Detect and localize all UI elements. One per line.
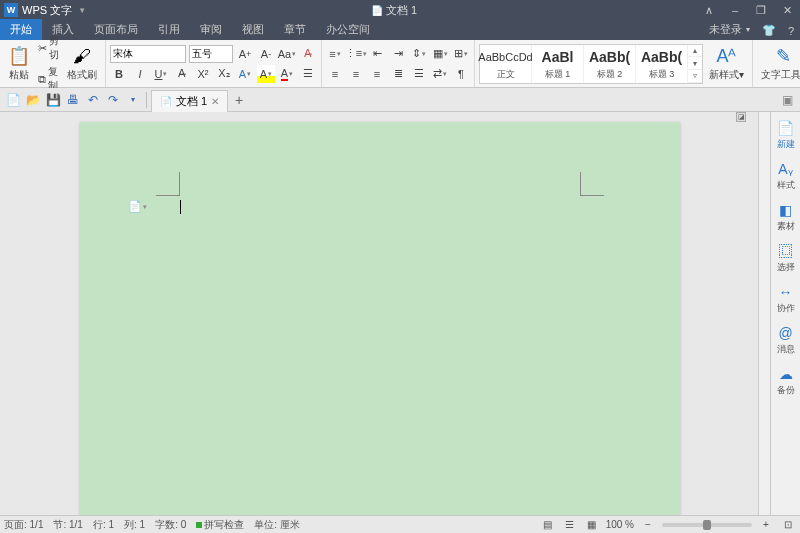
minimize-button[interactable]: – [728,4,742,16]
vertical-scrollbar[interactable] [758,112,770,515]
add-tab-button[interactable]: + [230,92,248,108]
sp-materials[interactable]: ◧素材 [777,202,795,233]
font-color-button[interactable]: A▾ [278,65,296,83]
copy-icon: ⧉ [38,73,46,86]
strike-button[interactable]: A̶ [173,65,191,83]
tab-office-space[interactable]: 办公空间 [316,19,380,40]
align-justify-button[interactable]: ≣ [389,65,407,83]
fit-page-button[interactable]: ⊡ [780,518,796,532]
style-heading2[interactable]: AaBb(标题 2 [584,45,636,83]
zoom-thumb[interactable] [703,520,711,530]
group-tools: ✎ 文字工具▾ 🔍查找替换▾ ⬚选择▾ [753,40,800,87]
tab-page-layout[interactable]: 页面布局 [84,19,148,40]
bold-button[interactable]: B [110,65,128,83]
materials-icon: ◧ [779,202,792,218]
app-logo[interactable]: W [4,3,18,17]
new-style-button[interactable]: Aᴬ 新样式▾ [705,43,748,84]
border-button[interactable]: ⊞▾ [452,45,470,63]
view-outline-button[interactable]: ☰ [562,518,578,532]
tab-view[interactable]: 视图 [232,19,274,40]
print-button[interactable]: 🖶 [64,91,82,109]
phonetic-button[interactable]: ☰ [299,65,317,83]
indent-decrease-button[interactable]: ⇤ [368,45,386,63]
status-words[interactable]: 字数: 0 [155,518,186,532]
status-section[interactable]: 节: 1/1 [53,518,82,532]
document-area[interactable]: 📄▾ ◪ [0,112,758,515]
shrink-font-button[interactable]: A- [257,45,275,63]
tab-references[interactable]: 引用 [148,19,190,40]
underline-button[interactable]: U▾ [152,65,170,83]
show-marks-button[interactable]: ¶ [452,65,470,83]
numbering-button[interactable]: ⋮≡▾ [347,45,365,63]
page[interactable]: 📄▾ [80,122,680,515]
ruler-toggle[interactable]: ◪ [736,112,746,122]
view-page-button[interactable]: ▤ [540,518,556,532]
new-doc-button[interactable]: 📄 [4,91,22,109]
text-tools-button[interactable]: ✎ 文字工具▾ [757,43,800,84]
doc-tab-close[interactable]: ✕ [211,96,219,107]
doc-icon: 📄 [371,5,383,16]
tab-section[interactable]: 章节 [274,19,316,40]
font-size-combo[interactable] [189,45,233,63]
page-layout-icon[interactable]: 📄▾ [128,200,147,213]
align-center-button[interactable]: ≡ [347,65,365,83]
sp-new[interactable]: 📄新建 [777,120,795,151]
subscript-button[interactable]: X₂ [215,65,233,83]
backup-icon: ☁ [779,366,793,382]
italic-button[interactable]: I [131,65,149,83]
text-effect-button[interactable]: A▾ [236,65,254,83]
undo-button[interactable]: ↶ [84,91,102,109]
status-page[interactable]: 页面: 1/1 [4,518,43,532]
zoom-value[interactable]: 100 % [606,519,634,530]
close-button[interactable]: ✕ [780,4,794,17]
tab-review[interactable]: 审阅 [190,19,232,40]
sp-select[interactable]: ⿴选择 [777,243,795,274]
cut-button[interactable]: ✂剪切 [36,33,61,63]
status-spell[interactable]: 拼写检查 [196,518,244,532]
style-normal[interactable]: AaBbCcDd正文 [480,45,532,83]
open-button[interactable]: 📂 [24,91,42,109]
qat-more-button[interactable]: ▾ [124,91,142,109]
style-heading3[interactable]: AaBb(标题 3 [636,45,688,83]
tab-stops-button[interactable]: ⇄▾ [431,65,449,83]
restore-button[interactable]: ❐ [754,4,768,17]
line-spacing-button[interactable]: ⇕▾ [410,45,428,63]
format-painter-button[interactable]: 🖌 格式刷 [63,44,101,84]
sp-backup[interactable]: ☁备份 [777,366,795,397]
collapse-ribbon-icon[interactable]: ∧ [702,4,716,17]
style-heading1[interactable]: AaBl标题 1 [532,45,584,83]
superscript-button[interactable]: X² [194,65,212,83]
align-distribute-button[interactable]: ☰ [410,65,428,83]
view-web-button[interactable]: ▦ [584,518,600,532]
save-button[interactable]: 💾 [44,91,62,109]
reading-mode-button[interactable]: ▣ [778,91,796,109]
indent-increase-button[interactable]: ⇥ [389,45,407,63]
highlight-button[interactable]: A▾ [257,65,275,83]
styles-scroll[interactable]: ▴▾▿ [688,45,702,83]
app-menu-dropdown[interactable]: ▼ [78,6,86,15]
zoom-out-button[interactable]: − [640,518,656,532]
sp-collab[interactable]: ↔协作 [777,284,795,315]
font-name-combo[interactable] [110,45,186,63]
doc-tab[interactable]: 📄 文档 1 ✕ [151,90,228,112]
skin-icon[interactable]: 👕 [756,21,782,40]
quick-access-bar: 📄 📂 💾 🖶 ↶ ↷ ▾ 📄 文档 1 ✕ + ▣ [0,88,800,112]
align-right-button[interactable]: ≡ [368,65,386,83]
shading-button[interactable]: ▦▾ [431,45,449,63]
text-tools-icon: ✎ [776,45,791,67]
redo-button[interactable]: ↷ [104,91,122,109]
paste-button[interactable]: 📋 粘贴 [4,43,34,84]
sp-styles[interactable]: Aᵧ样式 [777,161,795,192]
login-status[interactable]: 未登录▾ [703,19,756,40]
clear-format-button[interactable]: A̶ [299,45,317,63]
zoom-slider[interactable] [662,523,752,527]
sp-messages[interactable]: @消息 [777,325,795,356]
grow-font-button[interactable]: A+ [236,45,254,63]
side-panel: 📄新建 Aᵧ样式 ◧素材 ⿴选择 ↔协作 @消息 ☁备份 [770,112,800,515]
align-left-button[interactable]: ≡ [326,65,344,83]
bullets-button[interactable]: ≡▾ [326,45,344,63]
change-case-button[interactable]: Aa▾ [278,45,296,63]
help-icon[interactable]: ? [782,22,800,40]
status-unit[interactable]: 单位: 厘米 [254,518,300,532]
zoom-in-button[interactable]: + [758,518,774,532]
